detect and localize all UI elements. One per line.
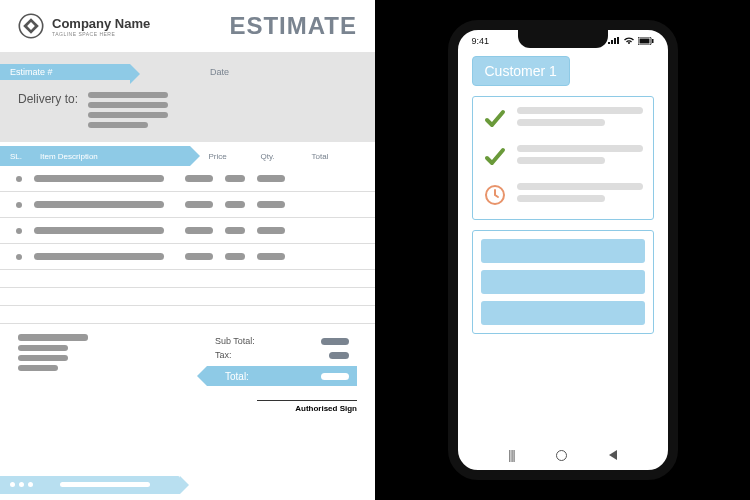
customer-badge[interactable]: Customer 1 — [472, 56, 570, 86]
tax-label: Tax: — [215, 350, 232, 360]
clock-icon — [483, 183, 507, 207]
column-total: Total — [290, 152, 350, 161]
totals-area: Sub Total: Tax: Total: — [0, 324, 375, 386]
column-sl: SL. — [10, 152, 40, 161]
status-time: 9:41 — [472, 36, 490, 46]
action-button[interactable] — [481, 239, 645, 263]
action-button[interactable] — [481, 270, 645, 294]
phone-notch — [518, 30, 608, 48]
table-row-empty — [0, 270, 375, 288]
column-description: Item Description — [40, 152, 190, 161]
nav-home-icon[interactable] — [556, 450, 567, 461]
table-row — [0, 166, 375, 192]
tagline: TAGLINE SPACE HERE — [52, 31, 150, 37]
task-list — [472, 96, 654, 220]
nav-recent-icon[interactable]: ||| — [508, 448, 514, 462]
table-row-empty — [0, 288, 375, 306]
date-label: Date — [210, 67, 229, 77]
notes-placeholder — [18, 334, 207, 386]
table-row — [0, 218, 375, 244]
phone-preview-panel: 9:41 Customer 1 — [375, 0, 750, 500]
wifi-icon — [623, 37, 635, 45]
delivery-label: Delivery to: — [18, 92, 78, 128]
svg-rect-3 — [652, 39, 654, 43]
action-button[interactable] — [481, 301, 645, 325]
column-qty: Qty. — [245, 152, 290, 161]
footer-bar — [0, 476, 180, 494]
document-title: ESTIMATE — [229, 12, 357, 40]
phone-mockup: 9:41 Customer 1 — [448, 20, 678, 480]
table-row — [0, 244, 375, 270]
estimate-number-label: Estimate # — [0, 64, 130, 80]
company-name: Company Name — [52, 16, 150, 31]
subtotal-value-placeholder — [321, 338, 349, 345]
table-header: SL. Item Description Price Qty. Total — [0, 146, 375, 166]
document-header: Company Name TAGLINE SPACE HERE ESTIMATE — [0, 0, 375, 52]
tax-value-placeholder — [329, 352, 349, 359]
signal-icon — [608, 37, 620, 45]
action-buttons — [472, 230, 654, 334]
total-label: Total: — [225, 371, 249, 382]
subtotal-label: Sub Total: — [215, 336, 255, 346]
signature-label: Authorised Sign — [257, 400, 357, 413]
logo-block: Company Name TAGLINE SPACE HERE — [18, 13, 150, 39]
svg-rect-2 — [639, 39, 649, 44]
delivery-address-placeholder — [88, 92, 168, 128]
company-logo-icon — [18, 13, 44, 39]
table-row — [0, 192, 375, 218]
check-icon — [483, 107, 507, 131]
battery-icon — [638, 37, 654, 45]
total-row: Total: — [207, 366, 357, 386]
total-value-placeholder — [321, 373, 349, 380]
line-items — [0, 166, 375, 324]
list-item[interactable] — [483, 183, 643, 207]
nav-back-icon[interactable] — [609, 450, 617, 460]
estimate-document: Company Name TAGLINE SPACE HERE ESTIMATE… — [0, 0, 375, 500]
android-nav-bar: ||| — [458, 444, 668, 466]
list-item[interactable] — [483, 107, 643, 131]
meta-area: Estimate # Date Delivery to: — [0, 52, 375, 142]
table-row-empty — [0, 306, 375, 324]
signature-area: Authorised Sign — [0, 386, 375, 413]
check-icon — [483, 145, 507, 169]
list-item[interactable] — [483, 145, 643, 169]
